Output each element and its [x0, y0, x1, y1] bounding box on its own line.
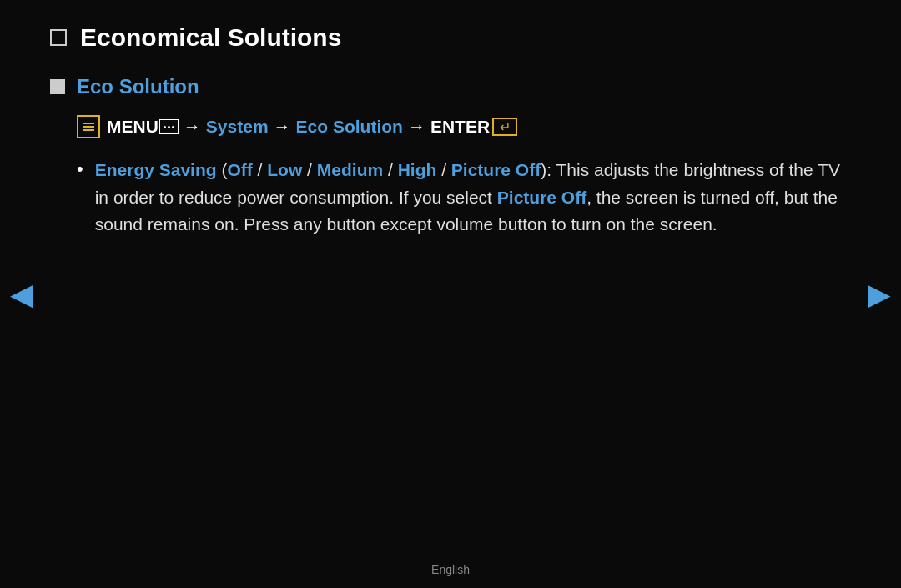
arrow-2: →: [274, 117, 291, 137]
section-title-row: Eco Solution: [50, 75, 851, 98]
section-square-icon: [50, 79, 65, 94]
enter-arrow-icon: ↵: [500, 119, 511, 135]
menu-icon-bar-3: [83, 129, 94, 131]
menu-icon: [77, 115, 100, 138]
bullet-dot-icon: •: [77, 158, 83, 180]
option-picture-off: Picture Off: [451, 160, 541, 179]
bullet-row: • Energy Saving (Off / Low / Medium / Hi…: [77, 157, 851, 239]
option-medium: Medium: [317, 160, 383, 179]
page-title: Economical Solutions: [80, 23, 341, 52]
menu-box-dot-3: [172, 126, 174, 128]
slash-2: /: [302, 160, 317, 179]
arrow-1: →: [184, 117, 201, 137]
arrow-3: →: [408, 117, 425, 137]
nav-right-button[interactable]: ▶: [868, 277, 891, 312]
slash-1: /: [253, 160, 268, 179]
enter-icon: ↵: [492, 118, 517, 136]
menu-box-dot-2: [168, 126, 170, 128]
option-low: Low: [267, 160, 302, 179]
page-title-row: Economical Solutions: [50, 23, 851, 52]
menu-icon-inner: [83, 123, 94, 131]
slash-4: /: [436, 160, 451, 179]
enter-label: ENTER: [430, 117, 490, 137]
title-checkbox-icon: [50, 29, 67, 46]
option-off: Off: [227, 160, 252, 179]
nav-left-button[interactable]: ◀: [10, 277, 33, 312]
bullet-text: Energy Saving (Off / Low / Medium / High…: [95, 157, 851, 239]
footer-language: English: [431, 563, 470, 576]
main-content: Economical Solutions Eco Solution MENU →…: [0, 0, 901, 239]
bullet-section: • Energy Saving (Off / Low / Medium / Hi…: [77, 157, 851, 239]
menu-box-icon: [159, 119, 179, 134]
slash-3: /: [383, 160, 398, 179]
option-high: High: [398, 160, 437, 179]
menu-label: MENU: [107, 117, 159, 137]
menu-path-row: MENU → System → Eco Solution → ENTER ↵: [77, 115, 851, 138]
energy-saving-term: Energy Saving: [95, 160, 217, 179]
menu-box-dot-1: [164, 126, 166, 128]
menu-eco-solution: Eco Solution: [296, 117, 403, 137]
menu-icon-bar-1: [83, 123, 94, 124]
picture-off-2: Picture Off: [497, 188, 586, 207]
menu-icon-bar-2: [83, 126, 94, 128]
menu-system: System: [206, 117, 269, 137]
section-title: Eco Solution: [77, 75, 199, 98]
